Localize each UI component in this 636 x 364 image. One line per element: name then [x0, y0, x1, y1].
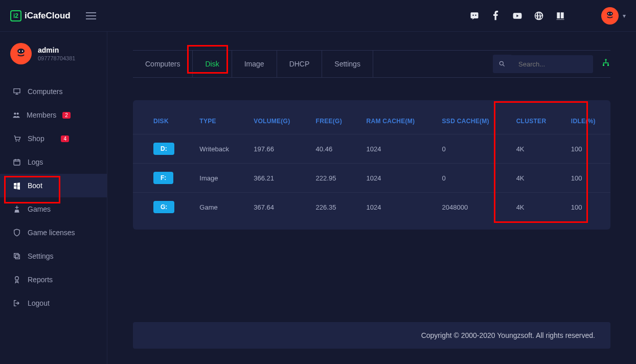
- sidebar-item-reports[interactable]: Reports: [0, 268, 107, 291]
- cell-ssd: 0: [433, 164, 507, 193]
- svg-rect-16: [603, 64, 604, 66]
- sidebar-item-logout[interactable]: Logout: [0, 291, 107, 315]
- sidebar-item-settings[interactable]: Settings: [0, 244, 107, 268]
- th-ramcache[interactable]: RAM CACHE(M): [357, 108, 433, 134]
- svg-point-13: [15, 277, 19, 280]
- cell-idle: 100: [562, 164, 610, 193]
- sidebar-item-game-licenses[interactable]: Game licenses: [0, 221, 107, 244]
- cell-free: 40.46: [307, 134, 357, 164]
- table-row[interactable]: F: Image 366.21 222.95 1024 0 4K 100: [133, 164, 610, 193]
- cell-ssd: 0: [433, 134, 507, 164]
- svg-point-14: [499, 61, 503, 65]
- cell-idle: 100: [562, 134, 610, 164]
- tab-disk[interactable]: Disk: [193, 51, 232, 77]
- svg-point-6: [14, 112, 16, 115]
- svg-rect-17: [607, 64, 609, 66]
- cell-cluster: 4K: [507, 134, 562, 164]
- cell-free: 226.35: [307, 193, 357, 222]
- svg-rect-15: [605, 59, 607, 61]
- sidebar-item-logs[interactable]: Logs: [0, 150, 107, 174]
- cell-idle: 100: [562, 193, 610, 222]
- th-ssdcache[interactable]: SSD CACHE(M): [433, 108, 507, 134]
- cell-cluster: 4K: [507, 164, 562, 193]
- cell-free: 222.95: [307, 164, 357, 193]
- table-card: DISK TYPE VOLUME(G) FREE(G) RAM CACHE(M)…: [133, 100, 610, 230]
- svg-point-3: [17, 49, 25, 54]
- youtube-icon[interactable]: [511, 10, 524, 22]
- cell-type: Writeback: [190, 134, 244, 164]
- cell-ram: 1024: [357, 193, 433, 222]
- windows-icon: [12, 181, 21, 190]
- svg-rect-12: [15, 255, 19, 259]
- tab-computers[interactable]: Computers: [133, 51, 193, 77]
- th-disk[interactable]: DISK: [133, 108, 190, 134]
- footer: Copyright © 2000-2020 Youngzsoft. All ri…: [133, 322, 610, 349]
- cell-type: Image: [190, 164, 244, 193]
- svg-point-4: [19, 51, 20, 52]
- globe-icon[interactable]: [533, 10, 545, 22]
- search-input[interactable]: [511, 55, 593, 73]
- nav-label: Game licenses: [28, 229, 75, 237]
- sidebar: admin 097778704381 Computers Members 2 S…: [0, 32, 107, 364]
- cell-volume: 367.64: [244, 193, 306, 222]
- layers-icon: [12, 252, 21, 261]
- user-block: admin 097778704381: [0, 43, 107, 75]
- user-sub: 097778704381: [38, 55, 75, 61]
- nav-label: Settings: [28, 252, 54, 260]
- cell-ssd: 2048000: [433, 193, 507, 222]
- discord-icon[interactable]: [468, 10, 481, 22]
- svg-point-9: [18, 141, 19, 142]
- cell-ram: 1024: [357, 164, 433, 193]
- tab-image[interactable]: Image: [232, 51, 277, 77]
- tabs-row: Computers Disk Image DHCP Settings: [133, 50, 610, 78]
- tab-settings[interactable]: Settings: [322, 51, 373, 77]
- nav-label: Shop: [28, 134, 44, 143]
- svg-point-1: [608, 13, 609, 14]
- user-name: admin: [38, 46, 75, 54]
- search-wrap: [493, 55, 610, 73]
- nav-label: Games: [28, 205, 51, 213]
- topbar: i2 iCafeCloud ▾: [0, 0, 636, 32]
- monitor-icon: [12, 87, 21, 96]
- svg-point-8: [16, 141, 17, 142]
- badge: 2: [62, 112, 71, 119]
- disk-pill: G:: [153, 201, 174, 213]
- cell-volume: 197.66: [244, 134, 306, 164]
- disk-pill: F:: [153, 172, 173, 184]
- svg-rect-11: [14, 254, 18, 258]
- th-cluster[interactable]: CLUSTER: [507, 108, 562, 134]
- book-icon[interactable]: [554, 10, 566, 22]
- nav-label: Computers: [28, 87, 62, 96]
- network-icon[interactable]: [601, 58, 610, 70]
- sidebar-item-members[interactable]: Members 2: [0, 103, 107, 127]
- sidebar-item-boot[interactable]: Boot: [0, 174, 107, 197]
- table-row[interactable]: D: Writeback 197.66 40.46 1024 0 4K 100: [133, 134, 610, 164]
- th-idle[interactable]: IDLE(%): [562, 108, 610, 134]
- cell-type: Game: [190, 193, 244, 222]
- brand-text: iCafeCloud: [25, 11, 71, 21]
- svg-point-7: [17, 112, 19, 115]
- svg-point-2: [611, 13, 612, 14]
- nav: Computers Members 2 Shop 4 Logs Boot: [0, 80, 107, 315]
- report-icon: [12, 275, 21, 284]
- th-free[interactable]: FREE(G): [307, 108, 357, 134]
- gamepad-icon: [12, 204, 21, 214]
- logo[interactable]: i2 iCafeCloud: [10, 10, 71, 21]
- search-button[interactable]: [493, 55, 511, 73]
- tab-dhcp[interactable]: DHCP: [277, 51, 323, 77]
- hamburger-icon[interactable]: [86, 12, 96, 19]
- cell-ram: 1024: [357, 134, 433, 164]
- user-menu[interactable]: ▾: [601, 7, 626, 25]
- facebook-icon[interactable]: [490, 10, 502, 22]
- table-row[interactable]: G: Game 367.64 226.35 1024 2048000 4K 10…: [133, 193, 610, 222]
- sidebar-item-shop[interactable]: Shop 4: [0, 127, 107, 150]
- sidebar-item-computers[interactable]: Computers: [0, 80, 107, 103]
- th-volume[interactable]: VOLUME(G): [244, 108, 306, 134]
- search-icon: [498, 60, 506, 67]
- main: Computers Disk Image DHCP Settings DISK: [107, 32, 636, 364]
- nav-label: Members: [27, 111, 56, 119]
- svg-point-5: [22, 51, 23, 52]
- topbar-right: ▾: [468, 7, 626, 25]
- th-type[interactable]: TYPE: [190, 108, 244, 134]
- sidebar-item-games[interactable]: Games: [0, 197, 107, 221]
